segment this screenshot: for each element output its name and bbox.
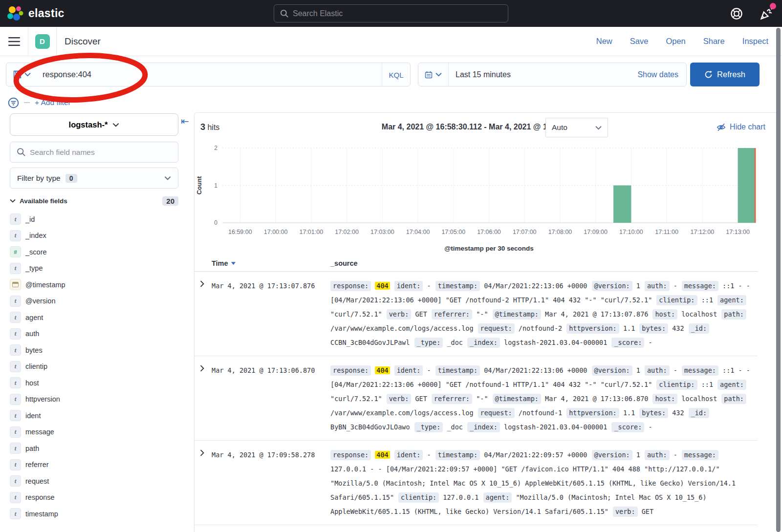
source-field: ident: - (394, 366, 431, 374)
field-item-_score[interactable]: #_score (10, 244, 186, 260)
field-search-input[interactable] (30, 142, 174, 162)
new-button[interactable]: New (596, 37, 612, 46)
field-item-host[interactable]: thost (10, 375, 186, 391)
expand-row-icon[interactable] (195, 448, 212, 519)
source-field: @version: 1 (592, 282, 640, 290)
hamburger-icon (8, 37, 20, 46)
query-language-button[interactable]: KQL (382, 63, 410, 86)
field-item-httpversion[interactable]: thttpversion (10, 391, 186, 408)
field-item-request[interactable]: trequest (10, 473, 186, 489)
field-item-clientip[interactable]: tclientip (10, 359, 186, 375)
row-source: response: 404ident: -timestamp: 04/Mar/2… (330, 363, 758, 434)
source-field: @timestamp: Mar 4, 2021 @ 17:13:07.876 (493, 310, 649, 318)
field-name: _score (25, 248, 47, 256)
string-field-icon: t (10, 475, 21, 487)
global-search-input[interactable] (293, 5, 503, 22)
chevron-down-icon (10, 199, 16, 203)
field-item-@version[interactable]: t@version (10, 293, 186, 310)
field-item-bytes[interactable]: tbytes (10, 342, 186, 359)
field-name: message (25, 428, 54, 436)
field-item-referrer[interactable]: treferrer (10, 457, 186, 473)
notification-dot (770, 3, 776, 9)
filter-icon[interactable] (8, 97, 19, 108)
query-input[interactable] (38, 63, 382, 86)
eye-slash-icon (717, 123, 726, 132)
string-field-icon: t (10, 394, 21, 405)
field-item-auth[interactable]: tauth (10, 326, 186, 342)
hits-count: 3 hits (200, 122, 219, 132)
chevron-down-icon (435, 72, 442, 77)
filter-by-type[interactable]: Filter by type 0 (10, 168, 178, 189)
chevron-down-icon (164, 176, 171, 180)
time-column-header[interactable]: Time (212, 259, 330, 267)
date-picker-menu-button[interactable] (418, 63, 449, 86)
svg-text:17:07:00: 17:07:00 (513, 229, 537, 235)
save-button[interactable]: Save (630, 37, 649, 46)
source-field: auth: - (645, 451, 677, 459)
source-field: _type: _doc (414, 423, 463, 431)
field-item-timestamp[interactable]: ttimestamp (10, 506, 186, 522)
source-field: referrer: "-" (432, 395, 488, 403)
time-range-value[interactable]: Last 15 minutes (456, 70, 511, 79)
svg-text:17:11:00: 17:11:00 (655, 229, 678, 235)
collapse-sidebar-icon[interactable]: ⇤ (181, 115, 189, 127)
show-dates-button[interactable]: Show dates (637, 70, 678, 79)
discover-app-badge[interactable]: D (35, 34, 50, 49)
field-item-response[interactable]: tresponse (10, 489, 186, 506)
source-field: auth: - (645, 282, 677, 290)
field-item-agent[interactable]: tagent (10, 309, 186, 326)
brand-text: elastic (28, 7, 65, 20)
page-title: Discover (65, 36, 101, 47)
field-name: response (25, 493, 55, 501)
add-filter-button[interactable]: + Add filter (35, 98, 71, 107)
field-item-_index[interactable]: t_index (10, 228, 186, 244)
svg-text:17:10:00: 17:10:00 (619, 229, 643, 235)
svg-text:17:02:00: 17:02:00 (335, 229, 359, 235)
scrollbar-thumb[interactable] (776, 28, 781, 532)
string-field-icon: t (10, 312, 21, 323)
source-field: _type: _doc (414, 339, 463, 346)
field-name: host (25, 379, 39, 387)
global-search[interactable] (274, 4, 508, 22)
source-column-header: _source (330, 259, 758, 267)
refresh-button[interactable]: Refresh (690, 63, 760, 86)
field-item-message[interactable]: tmessage (10, 424, 186, 441)
field-item-ident[interactable]: tident (10, 407, 186, 424)
inspect-button[interactable]: Inspect (742, 37, 768, 46)
field-search[interactable] (10, 142, 178, 163)
menu-button[interactable] (0, 27, 28, 56)
source-field: request: /notfound-1 (478, 409, 563, 417)
expand-row-icon[interactable] (195, 279, 212, 350)
histogram-chart[interactable]: 01216:59:0017:00:0017:01:0017:02:0017:03… (195, 142, 759, 260)
source-field: httpversion: 1.1 (566, 324, 635, 332)
field-list: t_idt_index#_scoret_type@timestampt@vers… (10, 211, 186, 522)
share-button[interactable]: Share (703, 37, 725, 46)
source-field: response: 404 (330, 366, 390, 374)
field-item-@timestamp[interactable]: @timestamp (10, 277, 186, 293)
available-fields-toggle[interactable]: Available fields 20 (10, 194, 178, 207)
number-field-icon: # (10, 246, 21, 257)
svg-text:17:00:00: 17:00:00 (264, 229, 288, 235)
date-field-icon (10, 279, 21, 290)
interval-select[interactable]: Auto (545, 118, 608, 137)
elastic-logo[interactable]: elastic (0, 5, 65, 22)
index-pattern-switcher[interactable]: logstash-* (10, 113, 178, 136)
hide-chart-button[interactable]: Hide chart (717, 123, 765, 132)
field-name: path (25, 445, 39, 452)
expand-row-icon[interactable] (195, 363, 212, 434)
svg-text:2: 2 (214, 145, 217, 151)
source-field: auth: - (645, 366, 677, 374)
open-button[interactable]: Open (666, 37, 685, 46)
saved-query-menu-button[interactable] (6, 63, 38, 86)
field-item-path[interactable]: tpath (10, 440, 186, 457)
source-field: clientip: 127.0.0.1 (398, 493, 478, 501)
svg-text:17:08:00: 17:08:00 (548, 229, 572, 235)
field-name: request (25, 477, 49, 485)
help-icon[interactable] (730, 7, 743, 20)
source-field: httpversion: 1.1 (566, 409, 635, 417)
svg-text:17:12:00: 17:12:00 (691, 229, 715, 235)
field-item-_type[interactable]: t_type (10, 260, 186, 277)
app-bar: D Discover New Save Open Share Inspect (0, 27, 782, 56)
field-item-_id[interactable]: t_id (10, 211, 186, 228)
source-field: @version: 1 (592, 366, 640, 374)
